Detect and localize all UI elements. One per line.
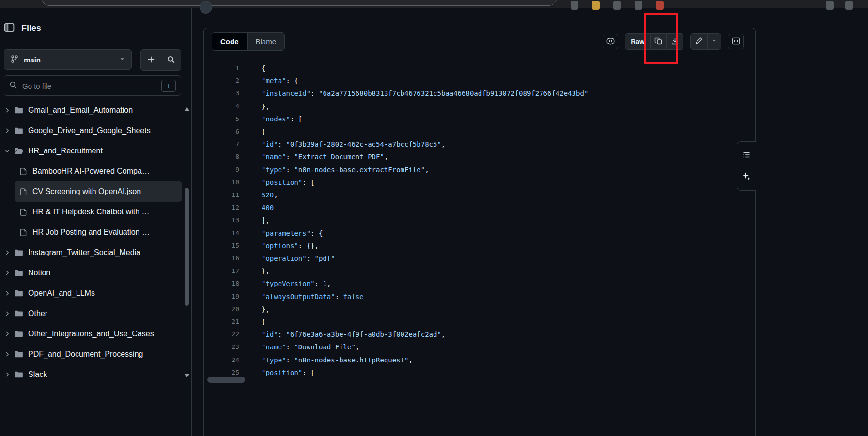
browser-extension-icon[interactable] <box>656 1 664 10</box>
browser-extension-icon[interactable] <box>635 1 642 10</box>
line-number[interactable]: 23 <box>204 341 239 353</box>
edit-button[interactable] <box>691 34 707 49</box>
chevron-down-icon[interactable] <box>4 148 11 154</box>
outline-toggle-button[interactable] <box>739 148 754 163</box>
code-text: { <box>239 316 265 328</box>
chevron-right-icon[interactable] <box>4 290 11 297</box>
tree-item-label: Google_Drive_and_Google_Sheets <box>28 126 151 135</box>
tab-code[interactable]: Code <box>212 33 247 50</box>
line-number[interactable]: 22 <box>204 328 239 341</box>
tree-item-label: Notion <box>28 269 50 277</box>
code-text: "options": {}, <box>239 240 319 252</box>
code-line: 20}, <box>204 303 755 316</box>
code-line: 7"id": "0f3b39af-2802-462c-ac54-a7bccf5b… <box>204 138 755 150</box>
copilot-icon <box>606 36 615 47</box>
line-number[interactable]: 24 <box>204 354 239 366</box>
tree-item-openai-and-llms[interactable]: OpenAI_and_LLMs <box>2 283 182 303</box>
raw-button[interactable]: Raw <box>625 34 650 49</box>
line-number[interactable]: 6 <box>204 125 239 138</box>
line-number[interactable]: 4 <box>204 100 239 113</box>
tab-blame[interactable]: Blame <box>247 33 285 50</box>
copilot-sparkle-button[interactable] <box>739 169 754 184</box>
tree-item-hr-and-recruitment[interactable]: HR_and_Recruitment <box>2 141 182 161</box>
line-number[interactable]: 14 <box>204 227 239 240</box>
browser-extension-icon[interactable] <box>613 1 621 10</box>
line-number[interactable]: 17 <box>204 265 239 277</box>
browser-extension-icon[interactable] <box>571 1 578 10</box>
tree-item-slack[interactable]: Slack <box>2 364 182 385</box>
line-number[interactable]: 15 <box>204 240 239 252</box>
scroll-down-icon[interactable] <box>184 374 190 377</box>
code-panel-icon <box>732 37 740 46</box>
tree-item-other-integrations-and-use-cases[interactable]: Other_Integrations_and_Use_Cases <box>2 324 182 344</box>
chevron-right-icon[interactable] <box>4 107 11 114</box>
code-line: 3"instanceId": "6a2a7715680b8313f7cb4676… <box>204 87 755 100</box>
copy-button[interactable] <box>650 34 666 49</box>
line-number[interactable]: 20 <box>204 303 239 316</box>
search-tree-button[interactable] <box>161 50 181 70</box>
line-number[interactable]: 16 <box>204 252 239 265</box>
chevron-right-icon[interactable] <box>4 127 11 134</box>
chevron-right-icon[interactable] <box>4 351 11 358</box>
add-file-button[interactable] <box>141 50 161 70</box>
line-number[interactable]: 10 <box>204 176 239 189</box>
tree-item-instagram-twitter-social-media[interactable]: Instagram_Twitter_Social_Media <box>2 242 182 263</box>
chevron-down-icon <box>119 56 125 64</box>
download-button[interactable] <box>666 34 683 49</box>
line-number[interactable]: 2 <box>204 75 239 87</box>
chevron-right-icon[interactable] <box>4 371 11 378</box>
tree-item-hr-it-helpdesk-chatbot-with[interactable]: HR & IT Helpdesk Chatbot with … <box>15 202 182 222</box>
git-branch-icon <box>10 55 19 65</box>
line-number[interactable]: 11 <box>204 189 239 201</box>
code-text: "parameters": { <box>239 227 323 240</box>
tree-item-pdf-and-document-processing[interactable]: PDF_and_Document_Processing <box>2 344 182 364</box>
goto-file-input[interactable] <box>21 81 161 90</box>
line-number[interactable]: 13 <box>204 214 239 226</box>
tree-item-gmail-and-email-automation[interactable]: Gmail_and_Email_Automation <box>2 100 182 120</box>
chevron-right-icon[interactable] <box>4 310 11 317</box>
tree-item-cv-screening-with-openai-json[interactable]: CV Screening with OpenAI.json <box>15 181 182 202</box>
code-line: 18"typeVersion": 1, <box>204 277 755 290</box>
line-number[interactable]: 3 <box>204 87 239 100</box>
tree-item-other[interactable]: Other <box>2 303 182 324</box>
browser-extension-icon[interactable] <box>845 1 853 10</box>
sidebar-scrollbar-thumb[interactable] <box>185 188 189 306</box>
tree-item-label: Gmail_and_Email_Automation <box>28 106 133 115</box>
folder-icon <box>15 248 23 257</box>
line-number[interactable]: 12 <box>204 201 239 214</box>
line-number[interactable]: 21 <box>204 316 239 328</box>
files-header: Files <box>4 22 41 34</box>
plus-icon <box>147 55 155 65</box>
scroll-up-icon[interactable] <box>184 107 190 111</box>
folder-icon <box>15 370 23 379</box>
chevron-right-icon[interactable] <box>4 249 11 256</box>
code-line: 4}, <box>204 100 755 113</box>
branch-selector[interactable]: main <box>4 49 132 70</box>
line-number[interactable]: 18 <box>204 277 239 290</box>
line-number[interactable]: 5 <box>204 113 239 125</box>
browser-address-bar[interactable] <box>41 0 557 6</box>
tree-item-notion[interactable]: Notion <box>2 263 182 283</box>
chevron-right-icon[interactable] <box>4 270 11 276</box>
line-number[interactable]: 1 <box>204 62 239 75</box>
line-number[interactable]: 8 <box>204 150 239 163</box>
tree-item-hr-job-posting-and-evaluation[interactable]: HR Job Posting and Evaluation … <box>15 222 182 242</box>
folder-icon <box>15 309 23 318</box>
code-line: 2"meta": { <box>204 75 755 87</box>
copilot-button[interactable] <box>603 34 618 49</box>
line-number[interactable]: 9 <box>204 164 239 176</box>
code-horizontal-scrollbar-thumb[interactable] <box>207 377 245 383</box>
browser-extension-icon[interactable] <box>826 1 834 10</box>
line-number[interactable]: 19 <box>204 290 239 303</box>
edit-dropdown-button[interactable] <box>707 34 721 49</box>
browser-extension-icon[interactable] <box>592 1 600 10</box>
line-number[interactable]: 7 <box>204 138 239 150</box>
collapse-sidebar-button[interactable] <box>4 22 15 34</box>
symbols-panel-button[interactable] <box>728 34 744 49</box>
code-panel: Code Blame Raw <box>203 28 756 436</box>
code-text: "position": [ <box>239 366 315 379</box>
code-text: ], <box>239 214 270 226</box>
chevron-right-icon[interactable] <box>4 331 11 337</box>
tree-item-bamboohr-ai-powered-compa[interactable]: BambooHR AI-Powered Compa… <box>15 161 182 181</box>
tree-item-google-drive-and-google-sheets[interactable]: Google_Drive_and_Google_Sheets <box>2 120 182 141</box>
